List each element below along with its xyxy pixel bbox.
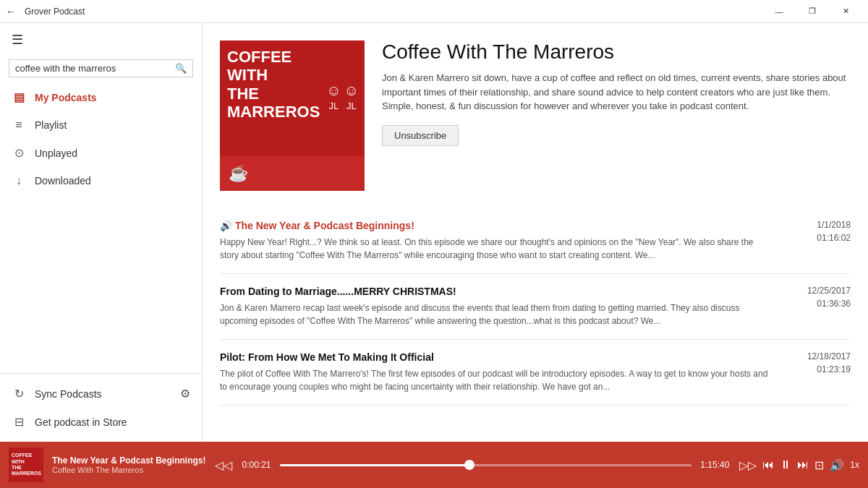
sync-icon: ↻ [12,387,26,401]
episode-duration: 01:23:19 [817,364,851,374]
episode-list: 🔊 The New Year & Podcast Beginnings! Hap… [220,208,851,442]
close-button[interactable]: ✕ [829,0,862,23]
episode-title: Pilot: From How We Met To Making It Offi… [220,351,774,363]
downloaded-icon: ↓ [12,174,26,187]
sync-label: Sync Podcasts [35,388,102,400]
sidebar-bottom: ↻ Sync Podcasts ⚙ ⊟ Get podcast in Store [0,380,202,442]
episode-meta: 1/1/2018 01:16:02 [786,220,851,243]
player-right-controls: ▷▷ ⏮ ⏸ ⏭ ⊡ 🔊 1x [739,458,859,472]
get-store-label: Get podcast in Store [35,416,127,428]
episode-date: 12/25/2017 [807,286,851,296]
progress-thumb[interactable] [464,460,475,470]
episode-title: From Dating to Marriage......MERRY CHRIS… [220,286,774,297]
hamburger-menu-button[interactable]: ☰ [0,23,202,56]
store-icon: ⊟ [12,415,26,429]
sidebar-divider [0,373,202,374]
episode-description: Happy New Year! Right...? We think so at… [220,236,774,262]
get-podcast-store-button[interactable]: ⊟ Get podcast in Store [0,408,202,436]
player-bar: COFFEEWITHTHEMARREROS The New Year & Pod… [0,442,868,488]
search-box[interactable]: 🔍 [9,59,193,77]
sidebar-nav: ▤ My Podcasts ≡ Playlist ⊙ Unplayed ↓ Do… [0,83,202,367]
player-forward-button[interactable]: ▷▷ [739,458,757,472]
player-current-time: 0:00:21 [241,460,271,470]
episode-title: 🔊 The New Year & Podcast Beginnings! [220,220,774,231]
player-episode-title: The New Year & Podcast Beginnings! [52,455,206,466]
player-volume-button[interactable]: 🔊 [830,458,844,472]
player-next-button[interactable]: ⏭ [797,458,809,471]
player-controls: ◁◁ [215,458,232,472]
unplayed-icon: ⊙ [12,146,26,160]
sidebar: ☰ 🔍 ▤ My Podcasts ≡ Playlist ⊙ Unplayed … [0,23,203,442]
episode-duration: 01:36:36 [817,299,851,309]
progress-fill [280,464,469,466]
settings-icon[interactable]: ⚙ [180,387,190,401]
sidebar-item-my-podcasts[interactable]: ▤ My Podcasts [0,83,202,111]
player-thumbnail: COFFEEWITHTHEMARREROS [9,448,43,482]
episode-meta: 12/25/2017 01:36:36 [786,286,851,309]
playlist-icon: ≡ [12,119,26,132]
player-speed-button[interactable]: 1x [850,460,859,470]
my-podcasts-icon: ▤ [12,90,26,104]
progress-track[interactable] [280,464,692,466]
podcast-art-icons: ☺ JL ☺ JL [326,40,365,156]
podcast-description: Jon & Karen Marrero sit down, have a cup… [382,71,851,114]
sidebar-label-unplayed: Unplayed [35,147,77,159]
minimize-button[interactable]: — [762,0,796,23]
episode-item[interactable]: Pilot: From How We Met To Making It Offi… [220,340,851,406]
podcast-art-footer: ☕ [220,156,365,191]
player-info: The New Year & Podcast Beginnings! Coffe… [52,455,206,474]
episode-main: From Dating to Marriage......MERRY CHRIS… [220,286,774,328]
player-total-time: 1:15:40 [700,460,731,470]
episode-date: 1/1/2018 [817,220,851,230]
player-podcast-title: Coffee With The Marreros [52,466,206,474]
episode-item[interactable]: From Dating to Marriage......MERRY CHRIS… [220,274,851,340]
episode-main: 🔊 The New Year & Podcast Beginnings! Hap… [220,220,774,262]
coffee-icon: ☕ [229,164,248,183]
player-cast-button[interactable]: ⊡ [814,458,824,472]
app-title: Grover Podcast [25,7,762,17]
player-rewind-button[interactable]: ◁◁ [215,458,232,472]
sync-row: ↻ Sync Podcasts ⚙ [0,380,202,408]
podcast-info: Coffee With The Marreros Jon & Karen Mar… [382,40,851,191]
episode-duration: 01:16:02 [817,233,851,243]
search-input[interactable] [15,63,175,74]
window-controls: — ❐ ✕ [762,0,862,23]
episode-item[interactable]: 🔊 The New Year & Podcast Beginnings! Hap… [220,208,851,274]
sidebar-label-playlist: Playlist [35,119,67,131]
sidebar-item-downloaded[interactable]: ↓ Downloaded [0,167,202,194]
episode-main: Pilot: From How We Met To Making It Offi… [220,351,774,393]
player-progress-area [280,464,692,466]
podcast-title: Coffee With The Marreros [382,40,851,64]
player-pause-button[interactable]: ⏸ [780,458,791,471]
podcast-art-text: CoffeeWithTheMarreros [220,40,326,156]
sidebar-label-my-podcasts: My Podcasts [35,92,97,103]
player-end-button[interactable]: ⏮ [762,458,774,471]
episode-description: Jon & Karen Marrero recap last week's ep… [220,301,774,328]
main-content: CoffeeWithTheMarreros ☺ JL ☺ JL [203,23,868,442]
unsubscribe-button[interactable]: Unsubscribe [382,125,459,146]
back-button[interactable]: ← [6,6,16,17]
app-body: ☰ 🔍 ▤ My Podcasts ≡ Playlist ⊙ Unplayed … [0,23,868,442]
episode-description: The pilot of Coffee With The Marrero's! … [220,367,774,393]
podcast-header: CoffeeWithTheMarreros ☺ JL ☺ JL [220,40,851,191]
sync-podcasts-button[interactable]: ↻ Sync Podcasts [12,387,102,401]
maximize-button[interactable]: ❐ [796,0,829,23]
podcast-art: CoffeeWithTheMarreros ☺ JL ☺ JL [220,40,365,191]
search-icon: 🔍 [175,63,187,74]
titlebar: ← Grover Podcast — ❐ ✕ [0,0,868,23]
sidebar-label-downloaded: Downloaded [35,175,91,187]
sidebar-item-unplayed[interactable]: ⊙ Unplayed [0,139,202,167]
episode-date: 12/18/2017 [807,351,851,361]
podcast-art-image: CoffeeWithTheMarreros ☺ JL ☺ JL [220,40,365,156]
sidebar-item-playlist[interactable]: ≡ Playlist [0,111,202,139]
episode-meta: 12/18/2017 01:23:19 [786,351,851,374]
